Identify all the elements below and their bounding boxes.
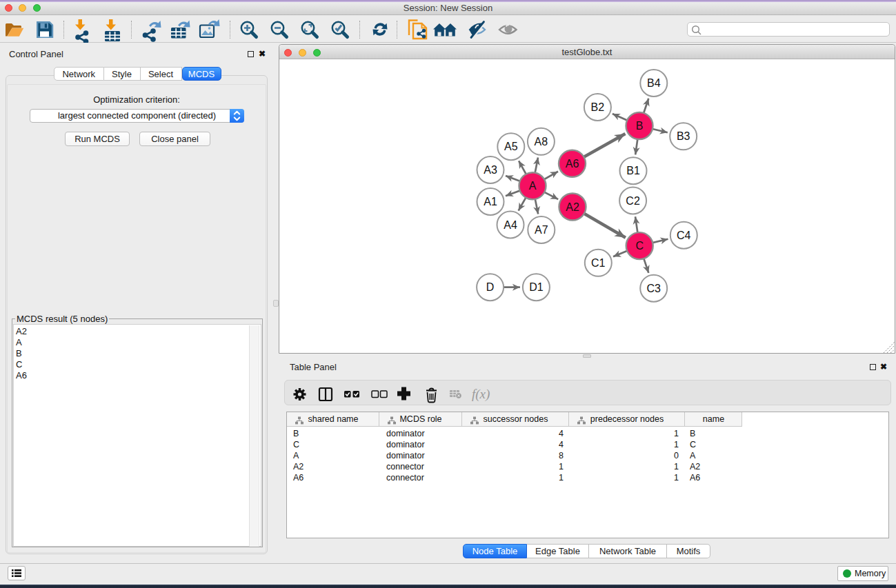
- svg-text:A1: A1: [484, 196, 497, 207]
- svg-text:A8: A8: [535, 136, 548, 148]
- svg-text:D: D: [486, 281, 495, 293]
- svg-text:A5: A5: [504, 141, 518, 152]
- svg-text:A: A: [529, 180, 537, 192]
- svg-text:C2: C2: [626, 195, 640, 207]
- svg-text:B: B: [636, 120, 644, 132]
- svg-text:B3: B3: [677, 130, 690, 142]
- svg-text:C: C: [635, 240, 644, 252]
- svg-text:B2: B2: [591, 101, 605, 113]
- svg-text:C4: C4: [677, 230, 691, 241]
- svg-text:C1: C1: [591, 257, 606, 269]
- svg-text:A3: A3: [484, 164, 497, 176]
- svg-text:D1: D1: [529, 281, 544, 293]
- svg-text:B1: B1: [626, 165, 640, 176]
- svg-text:A6: A6: [566, 158, 579, 170]
- svg-text:A2: A2: [566, 201, 579, 213]
- svg-text:f(x): f(x): [472, 387, 490, 402]
- svg-text:C3: C3: [646, 283, 661, 294]
- svg-text:B4: B4: [647, 77, 661, 89]
- svg-text:A4: A4: [504, 219, 517, 231]
- svg-text:A7: A7: [535, 224, 548, 236]
